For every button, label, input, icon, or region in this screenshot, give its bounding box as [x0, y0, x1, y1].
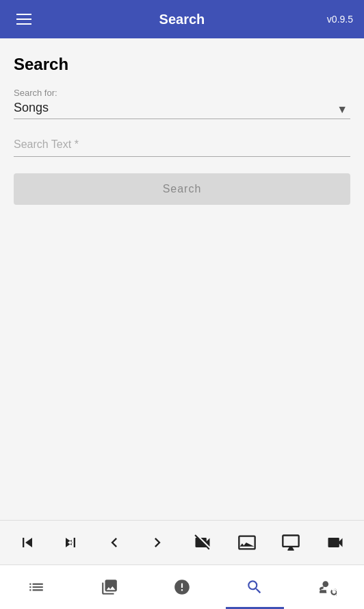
monitor-button[interactable]	[278, 530, 303, 555]
image-frame-icon	[237, 533, 257, 552]
list-icon	[27, 578, 45, 596]
skip-to-end-icon	[61, 533, 80, 552]
next-icon	[148, 533, 167, 552]
video-off-icon	[192, 533, 213, 552]
hamburger-icon	[14, 11, 34, 27]
bottom-nav	[0, 564, 364, 609]
nav-item-search[interactable]	[218, 565, 291, 609]
person-search-icon	[319, 578, 337, 596]
app-bar: Search v0.9.5	[0, 0, 364, 38]
search-text-input[interactable]	[14, 136, 350, 153]
search-text-container	[14, 136, 350, 157]
nav-item-alert[interactable]	[146, 565, 218, 609]
camera-icon	[324, 533, 346, 552]
video-off-button[interactable]	[189, 530, 216, 555]
previous-button[interactable]	[102, 530, 127, 555]
page-title: Search	[14, 55, 350, 74]
hamburger-menu-button[interactable]	[11, 8, 37, 30]
skip-to-start-button[interactable]	[15, 530, 40, 555]
gallery-icon	[101, 578, 118, 596]
search-nav-icon	[246, 578, 263, 596]
main-content: Search Search for: Songs Albums Artists …	[0, 38, 364, 520]
previous-icon	[105, 533, 124, 552]
app-bar-version: v0.9.5	[327, 14, 353, 25]
camera-button[interactable]	[322, 530, 349, 555]
search-for-label: Search for:	[14, 88, 350, 98]
skip-to-start-icon	[18, 533, 37, 552]
nav-item-person-search[interactable]	[291, 565, 364, 609]
next-button[interactable]	[145, 530, 170, 555]
image-frame-button[interactable]	[235, 530, 259, 555]
alert-icon	[173, 578, 191, 596]
app-bar-title: Search	[159, 12, 205, 27]
nav-item-gallery[interactable]	[73, 565, 145, 609]
monitor-icon	[281, 533, 300, 552]
transport-bar	[0, 520, 364, 564]
skip-to-end-button[interactable]	[58, 530, 83, 555]
search-for-dropdown-container: Songs Albums Artists Playlists ▼	[14, 101, 350, 119]
search-for-select[interactable]: Songs Albums Artists Playlists	[14, 101, 350, 114]
nav-item-list[interactable]	[0, 565, 73, 609]
search-button[interactable]: Search	[14, 173, 350, 205]
